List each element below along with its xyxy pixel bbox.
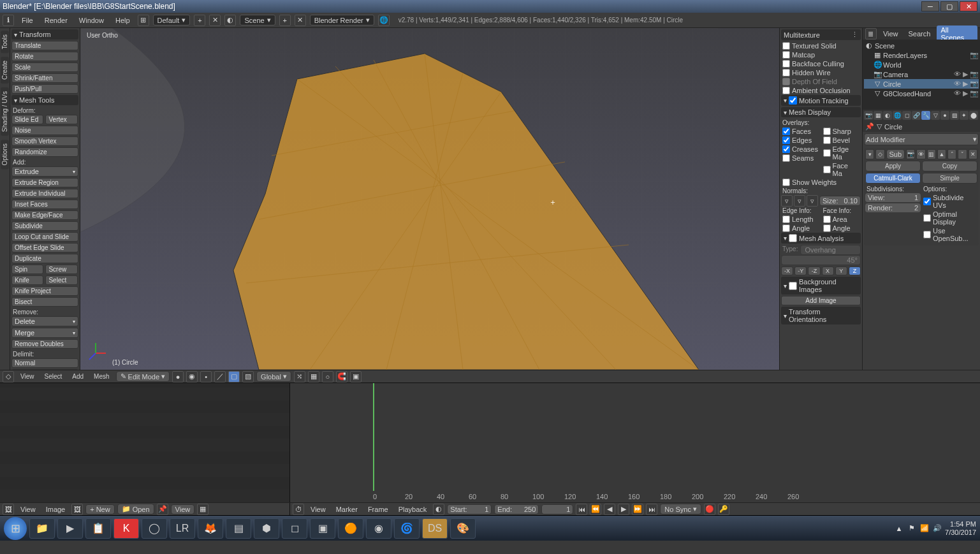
creases-checkbox[interactable]	[782, 145, 790, 153]
minimize-button[interactable]: ─	[921, 1, 939, 11]
transform-orient-header[interactable]: ▾ Transform Orientations	[781, 307, 861, 324]
taskbar-blender-icon[interactable]: 🟠	[338, 518, 363, 539]
mod-render-icon[interactable]: 📷	[906, 149, 915, 159]
inset-button[interactable]: Inset Faces	[11, 200, 78, 209]
outliner-row-world[interactable]: 🌐World	[864, 60, 979, 69]
noise-button[interactable]: Noise	[11, 126, 78, 135]
taskbar-ds-icon[interactable]: DS	[422, 518, 448, 539]
uv-channel-icon[interactable]: ▦	[197, 504, 208, 515]
timeline-editor[interactable]: 0 20 40 60 80 100 120 140 160 180 200 22…	[290, 383, 980, 502]
taskbar-app-k-icon[interactable]: K	[113, 518, 139, 539]
3d-select-menu[interactable]: Select	[41, 372, 66, 381]
motion-tracking-checkbox[interactable]	[789, 96, 797, 105]
playhead-icon[interactable]	[373, 383, 374, 491]
copy-button[interactable]: Copy	[922, 161, 977, 171]
3d-viewport[interactable]: User Ortho ＋ (1) C	[80, 28, 779, 370]
layout-del-icon[interactable]: ✕	[209, 15, 221, 26]
blender-org-icon[interactable]: 🌐	[378, 15, 390, 26]
propedit-icon[interactable]: ○	[322, 371, 333, 383]
delete-button[interactable]: Delete▾	[11, 316, 78, 326]
sync-selector[interactable]: No Sync▾	[660, 504, 701, 514]
extrude-individual-button[interactable]: Extrude Individual	[11, 189, 78, 198]
motion-panel-header[interactable]: ▾ Motion Tracking	[781, 95, 861, 106]
show-weights-checkbox[interactable]	[782, 179, 790, 186]
tray-flag-icon[interactable]: ⚑	[907, 523, 917, 534]
tab-texture-icon[interactable]: ▨	[950, 111, 959, 120]
keytype-icon[interactable]: 🔑	[718, 504, 729, 515]
layout-selector[interactable]: Default▾	[153, 15, 191, 26]
taskbar-app8-icon[interactable]: 🎨	[450, 518, 476, 539]
tray-up-icon[interactable]: ▲	[894, 523, 904, 534]
outliner-view-menu[interactable]: View	[879, 29, 902, 39]
scene-icon[interactable]: ◐	[224, 15, 236, 26]
normals-size-field[interactable]: Size:0.10	[819, 196, 861, 206]
taskbar-app7-icon[interactable]: 🌀	[394, 518, 420, 539]
outliner-row-scene[interactable]: ◐Scene	[864, 41, 979, 50]
taskbar-app1-icon[interactable]: 📋	[85, 518, 111, 539]
bevel-checkbox[interactable]	[823, 136, 831, 144]
subdiv-view-field[interactable]: View:1	[865, 193, 921, 202]
axis-minusx-button[interactable]: -X	[781, 266, 793, 275]
menu-help[interactable]: Help	[112, 15, 134, 26]
edge-length-checkbox[interactable]	[782, 215, 790, 223]
end-frame-field[interactable]: End:250	[494, 504, 539, 514]
knife-select-button[interactable]: Select	[45, 275, 77, 285]
tab-physics-icon[interactable]: ⬤	[969, 111, 978, 120]
jump-end-icon[interactable]: ⏭	[646, 504, 657, 515]
close-button[interactable]: ✕	[960, 1, 977, 11]
scene-selector[interactable]: Scene▾	[240, 15, 275, 26]
bgimages-checkbox[interactable]	[789, 282, 797, 290]
tl-frame-menu[interactable]: Frame	[364, 504, 392, 514]
mod-up-icon[interactable]: ˄	[947, 149, 956, 159]
browse-image-icon[interactable]: 🖼	[71, 504, 83, 515]
tab-options[interactable]: Options	[1, 140, 9, 169]
taskbar-lr-icon[interactable]: LR	[170, 518, 195, 539]
tab-material-icon[interactable]: ●	[940, 111, 949, 120]
delimit-material-button[interactable]: Material	[11, 369, 78, 370]
scene-del-icon[interactable]: ✕	[295, 15, 306, 26]
taskbar-firefox-icon[interactable]: 🦊	[198, 518, 223, 539]
subdivide-uvs-checkbox[interactable]	[923, 198, 931, 205]
eye-icon[interactable]: 👁	[953, 80, 961, 88]
uv-pin-icon[interactable]: 📌	[157, 504, 168, 515]
rotate-button[interactable]: Rotate	[11, 52, 78, 61]
tab-tools[interactable]: Tools	[1, 31, 9, 53]
tray-network-icon[interactable]: 📶	[919, 523, 930, 534]
uv-editor[interactable]	[0, 383, 290, 502]
tray-sound-icon[interactable]: 🔊	[932, 523, 942, 534]
edge-angle-checkbox[interactable]	[782, 224, 790, 232]
taskbar-media-icon[interactable]: ▶	[57, 518, 83, 539]
apply-button[interactable]: Apply	[865, 161, 921, 171]
taskbar-explorer-icon[interactable]: 📁	[29, 518, 55, 539]
mod-delete-icon[interactable]: ✕	[969, 149, 977, 159]
taskbar-app6-icon[interactable]: ◉	[366, 518, 391, 539]
bgimages-header[interactable]: ▾ Background Images	[781, 277, 861, 295]
mode-selector[interactable]: ✎Edit Mode▾	[116, 371, 170, 382]
uv-image-menu[interactable]: Image	[42, 504, 69, 514]
extrude-region-button[interactable]: Extrude Region	[11, 178, 78, 187]
axis-minusy-button[interactable]: -Y	[794, 266, 807, 275]
tab-renderlayers-icon[interactable]: ▦	[874, 111, 882, 120]
taskbar-app3-icon[interactable]: ⬢	[254, 518, 279, 539]
add-modifier-button[interactable]: Add Modifier ▾	[864, 133, 979, 145]
editor-type-icon[interactable]: ℹ	[3, 15, 14, 26]
tab-scene-icon[interactable]: ◐	[883, 111, 892, 120]
make-edge-face-button[interactable]: Make Edge/Face	[11, 210, 78, 220]
mod-cage-icon[interactable]: ▲	[937, 149, 946, 159]
editor-type-3d-icon[interactable]: ◇	[3, 371, 14, 383]
sharp-checkbox[interactable]	[823, 128, 831, 135]
slide-edge-button[interactable]: Slide Ed	[11, 115, 43, 124]
modifier-name-field[interactable]: Sub	[886, 149, 905, 159]
mod-down-icon[interactable]: ˅	[958, 149, 967, 159]
meshdisplay-panel-header[interactable]: ▾ Mesh Display	[781, 107, 861, 117]
mesh-analysis-header[interactable]: ▾ Mesh Analysis	[781, 233, 861, 244]
tab-constraints-icon[interactable]: 🔗	[912, 111, 921, 120]
tab-particles-icon[interactable]: ✦	[960, 111, 969, 120]
pushpull-button[interactable]: Push/Pull	[11, 84, 78, 94]
outliner-row-camera[interactable]: 📷Camera👁▶📷	[864, 69, 979, 79]
tl-playback-menu[interactable]: Playback	[395, 504, 431, 514]
facemark-checkbox[interactable]	[823, 166, 831, 173]
uv-editor-type-icon[interactable]: 🖼	[3, 504, 14, 515]
normal-vertex-icon[interactable]: ▿	[781, 195, 793, 207]
maximize-button[interactable]: ▢	[940, 1, 958, 11]
